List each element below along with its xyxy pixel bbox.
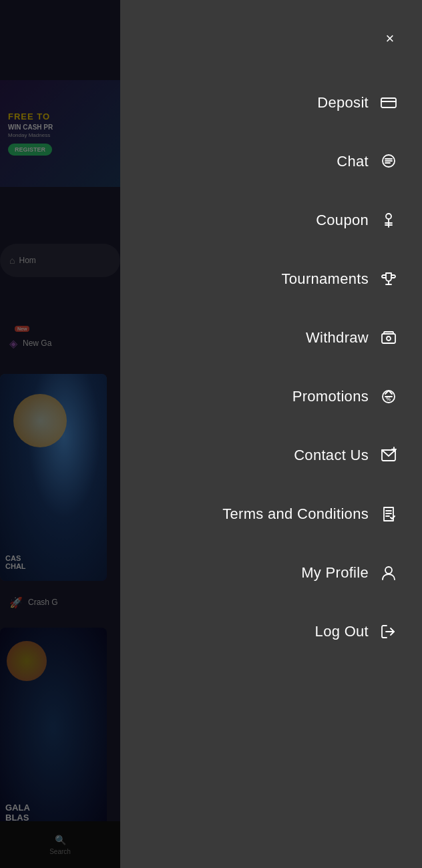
menu-item-chat[interactable]: Chat: [120, 132, 422, 191]
background-panel: FREE TO WIN CASH PR Monday Madness REGIS…: [0, 0, 120, 868]
menu-item-deposit[interactable]: Deposit: [120, 73, 422, 132]
menu-item-terms[interactable]: Terms and Conditions: [120, 485, 422, 544]
menu-item-tournaments[interactable]: Tournaments: [120, 250, 422, 308]
promotions-label: Promotions: [292, 388, 369, 405]
contact-icon: [379, 446, 398, 465]
svg-rect-0: [381, 98, 396, 107]
menu-item-contact[interactable]: Contact Us: [120, 426, 422, 485]
tournaments-icon: [379, 270, 398, 288]
promotions-icon: %: [379, 387, 398, 406]
withdraw-icon: [379, 329, 398, 347]
profile-icon: [379, 564, 398, 582]
withdraw-label: Withdraw: [306, 329, 369, 347]
svg-point-6: [386, 214, 391, 219]
coupon-label: Coupon: [316, 212, 369, 229]
menu-item-logout[interactable]: Log Out: [120, 602, 422, 661]
menu-item-profile[interactable]: My Profile: [120, 544, 422, 602]
chat-icon: [379, 152, 398, 171]
terms-icon: [379, 505, 398, 523]
deposit-icon: [379, 93, 398, 112]
close-button[interactable]: ×: [378, 27, 402, 51]
side-menu-panel: × Deposit Chat: [120, 0, 422, 868]
svg-rect-12: [382, 334, 395, 343]
logout-icon: [379, 622, 398, 641]
logout-label: Log Out: [315, 623, 369, 640]
menu-item-promotions[interactable]: Promotions %: [120, 367, 422, 426]
svg-point-23: [385, 567, 392, 574]
deposit-label: Deposit: [317, 94, 369, 112]
chat-label: Chat: [337, 153, 369, 170]
profile-label: My Profile: [301, 564, 369, 582]
coupon-icon: [379, 211, 398, 230]
bg-overlay: [0, 0, 120, 868]
svg-rect-14: [384, 332, 393, 334]
svg-text:%: %: [386, 396, 391, 402]
tournaments-label: Tournaments: [282, 270, 369, 288]
contact-label: Contact Us: [294, 447, 369, 464]
svg-point-13: [387, 337, 391, 341]
terms-label: Terms and Conditions: [222, 505, 369, 523]
menu-item-coupon[interactable]: Coupon: [120, 191, 422, 250]
menu-items-list: Deposit Chat Coupon: [120, 73, 422, 661]
menu-item-withdraw[interactable]: Withdraw: [120, 308, 422, 367]
